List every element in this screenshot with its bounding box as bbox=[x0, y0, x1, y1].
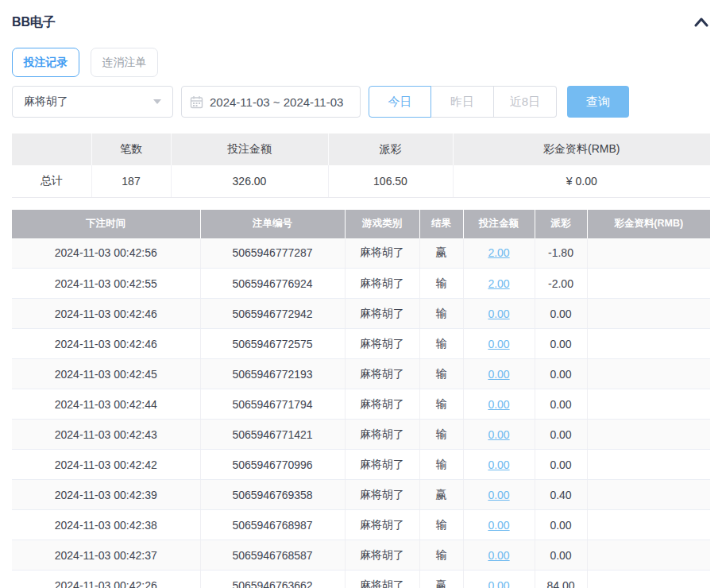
bet-amount-link[interactable]: 0.00 bbox=[488, 308, 509, 320]
bet-time-cell: 2024-11-03 00:42:42 bbox=[12, 450, 200, 480]
bet-amount-link[interactable]: 0.00 bbox=[488, 549, 509, 562]
result-cell: 赢 bbox=[419, 480, 463, 510]
bonus-cell bbox=[587, 480, 710, 510]
result-cell: 赢 bbox=[419, 571, 463, 588]
result-cell: 输 bbox=[419, 510, 463, 540]
game-select[interactable]: 麻将胡了 bbox=[12, 86, 173, 118]
game-type-cell: 麻将胡了 bbox=[345, 420, 419, 450]
table-row: 2024-11-03 00:42:46 5065946772575 麻将胡了 输… bbox=[12, 329, 710, 359]
table-row: 2024-11-03 00:42:39 5065946769358 麻将胡了 赢… bbox=[12, 480, 710, 510]
payout-cell: 0.40 bbox=[535, 480, 587, 510]
order-number-cell: 5065946771421 bbox=[200, 420, 345, 450]
chevron-up-icon bbox=[694, 17, 708, 28]
bet-amount-cell: 0.00 bbox=[463, 510, 535, 540]
order-number-cell: 5065946768987 bbox=[200, 510, 345, 540]
quick-range-last-8-days[interactable]: 近8日 bbox=[494, 86, 557, 118]
payout-cell: 0.00 bbox=[535, 510, 587, 540]
bet-time-cell: 2024-11-03 00:42:55 bbox=[12, 269, 200, 299]
result-cell: 输 bbox=[419, 450, 463, 480]
summary-table: 笔数 投注金额 派彩 彩金资料(RMB) 总计 187 326.00 106.5… bbox=[12, 133, 710, 198]
summary-col-payout: 派彩 bbox=[328, 133, 453, 165]
table-row: 2024-11-03 00:42:43 5065946771421 麻将胡了 输… bbox=[12, 420, 710, 450]
bet-time-cell: 2024-11-03 00:42:39 bbox=[12, 480, 200, 510]
bet-amount-link[interactable]: 0.00 bbox=[488, 338, 509, 350]
tab-cancelled-orders[interactable]: 连消注单 bbox=[91, 48, 158, 77]
bonus-cell bbox=[587, 269, 710, 299]
bet-amount-link[interactable]: 0.00 bbox=[488, 398, 509, 411]
table-row: 2024-11-03 00:42:38 5065946768987 麻将胡了 输… bbox=[12, 510, 710, 540]
panel-header: BB电子 bbox=[12, 0, 710, 32]
bonus-cell bbox=[587, 238, 710, 269]
bet-amount-link[interactable]: 0.00 bbox=[488, 458, 509, 471]
result-cell: 输 bbox=[419, 359, 463, 389]
tab-bet-records[interactable]: 投注记录 bbox=[12, 48, 79, 77]
quick-range-today[interactable]: 今日 bbox=[369, 86, 431, 118]
bet-time-cell: 2024-11-03 00:42:46 bbox=[12, 299, 200, 329]
table-row: 2024-11-03 00:42:45 5065946772193 麻将胡了 输… bbox=[12, 359, 710, 389]
table-row: 2024-11-03 00:42:44 5065946771794 麻将胡了 输… bbox=[12, 389, 710, 420]
bet-amount-link[interactable]: 0.00 bbox=[488, 368, 509, 381]
bet-amount-cell: 0.00 bbox=[463, 420, 535, 450]
bet-time-cell: 2024-11-03 00:42:26 bbox=[12, 571, 200, 588]
summary-total-bet-amount: 326.00 bbox=[171, 165, 328, 197]
payout-cell: 0.00 bbox=[535, 389, 587, 420]
col-header-payout: 派彩 bbox=[535, 210, 587, 238]
search-button[interactable]: 查询 bbox=[567, 86, 629, 118]
bonus-cell bbox=[587, 359, 710, 389]
table-row: 2024-11-03 00:42:56 5065946777287 麻将胡了 赢… bbox=[12, 238, 710, 269]
result-cell: 输 bbox=[419, 420, 463, 450]
summary-total-count: 187 bbox=[91, 165, 171, 197]
collapse-panel-button[interactable] bbox=[693, 15, 710, 29]
bet-amount-cell: 0.00 bbox=[463, 571, 535, 588]
order-number-cell: 5065946776924 bbox=[200, 269, 345, 299]
result-cell: 输 bbox=[419, 389, 463, 420]
result-cell: 输 bbox=[419, 329, 463, 359]
quick-range-yesterday[interactable]: 昨日 bbox=[431, 86, 494, 118]
payout-cell: 0.00 bbox=[535, 540, 587, 571]
game-type-cell: 麻将胡了 bbox=[345, 269, 419, 299]
payout-cell: -2.00 bbox=[535, 269, 587, 299]
table-row: 2024-11-03 00:42:26 5065946763662 麻将胡了 赢… bbox=[12, 571, 710, 588]
records-header-row: 下注时间 注单编号 游戏类别 结果 投注金额 派彩 彩金资料(RMB) bbox=[12, 210, 710, 238]
game-type-cell: 麻将胡了 bbox=[345, 389, 419, 420]
game-type-cell: 麻将胡了 bbox=[345, 571, 419, 588]
payout-cell: 0.00 bbox=[535, 359, 587, 389]
payout-cell: 0.00 bbox=[535, 450, 587, 480]
date-range-value: 2024-11-03 ~ 2024-11-03 bbox=[210, 95, 343, 109]
game-type-cell: 麻将胡了 bbox=[345, 510, 419, 540]
summary-col-empty bbox=[12, 133, 91, 165]
date-range-picker[interactable]: 2024-11-03 ~ 2024-11-03 bbox=[181, 86, 361, 118]
table-row: 2024-11-03 00:42:55 5065946776924 麻将胡了 输… bbox=[12, 269, 710, 299]
bet-amount-link[interactable]: 2.00 bbox=[488, 246, 509, 259]
order-number-cell: 5065946770996 bbox=[200, 450, 345, 480]
bet-time-cell: 2024-11-03 00:42:44 bbox=[12, 389, 200, 420]
bet-amount-cell: 2.00 bbox=[463, 269, 535, 299]
result-cell: 赢 bbox=[419, 238, 463, 269]
bet-time-cell: 2024-11-03 00:42:43 bbox=[12, 420, 200, 450]
game-select-value: 麻将胡了 bbox=[24, 95, 68, 109]
bet-amount-cell: 0.00 bbox=[463, 329, 535, 359]
bet-amount-link[interactable]: 0.00 bbox=[488, 489, 509, 501]
quick-range-group: 今日 昨日 近8日 bbox=[369, 86, 557, 118]
bet-amount-link[interactable]: 0.00 bbox=[488, 428, 509, 441]
summary-total-row: 总计 187 326.00 106.50 ¥ 0.00 bbox=[12, 165, 710, 197]
col-header-result: 结果 bbox=[419, 210, 463, 238]
bonus-cell bbox=[587, 389, 710, 420]
payout-cell: 84.00 bbox=[535, 571, 587, 588]
payout-cell: 0.00 bbox=[535, 299, 587, 329]
bet-time-cell: 2024-11-03 00:42:45 bbox=[12, 359, 200, 389]
bet-amount-link[interactable]: 0.00 bbox=[488, 579, 509, 588]
game-type-cell: 麻将胡了 bbox=[345, 238, 419, 269]
summary-col-bet-amount: 投注金额 bbox=[171, 133, 328, 165]
bet-amount-cell: 0.00 bbox=[463, 299, 535, 329]
calendar-icon bbox=[190, 95, 203, 109]
bet-amount-link[interactable]: 2.00 bbox=[488, 277, 509, 290]
bet-amount-link[interactable]: 0.00 bbox=[488, 519, 509, 532]
game-type-cell: 麻将胡了 bbox=[345, 299, 419, 329]
table-row: 2024-11-03 00:42:37 5065946768587 麻将胡了 输… bbox=[12, 540, 710, 571]
bonus-cell bbox=[587, 571, 710, 588]
order-number-cell: 5065946772193 bbox=[200, 359, 345, 389]
payout-cell: 0.00 bbox=[535, 420, 587, 450]
game-type-cell: 麻将胡了 bbox=[345, 329, 419, 359]
payout-cell: -1.80 bbox=[535, 238, 587, 269]
